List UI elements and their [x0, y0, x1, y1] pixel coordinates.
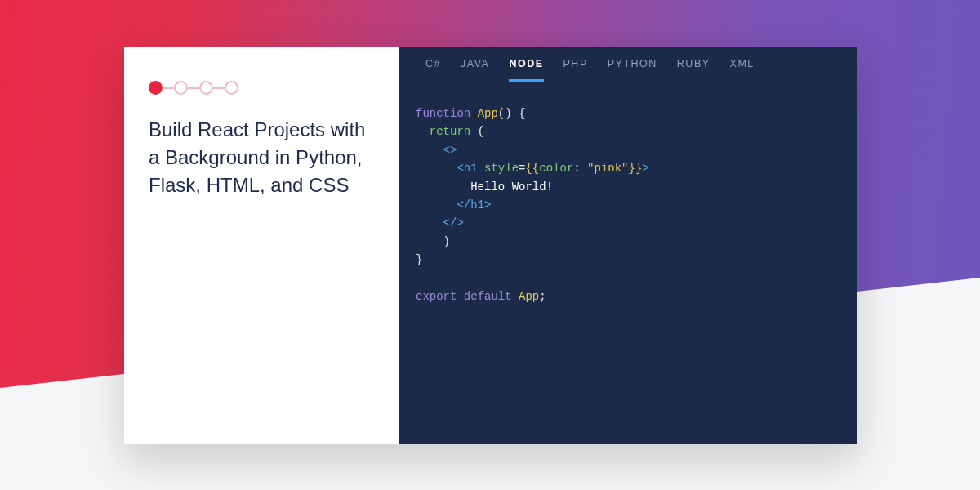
progress-step-4 [225, 81, 238, 95]
code-token: function [416, 107, 470, 120]
code-token: color [539, 162, 573, 175]
tab-php[interactable]: PHP [564, 58, 588, 82]
code-token [478, 162, 484, 175]
tab-node[interactable]: NODE [509, 58, 543, 82]
code-editor[interactable]: function App() { return ( <> <h1 style={… [399, 82, 857, 444]
tab-ruby[interactable]: RUBY [677, 58, 710, 82]
code-token: > [642, 162, 648, 175]
progress-step-2 [174, 81, 188, 95]
tab-java[interactable]: JAVA [461, 58, 489, 82]
content-card: Build React Projects with a Background i… [124, 47, 857, 444]
progress-connector [213, 87, 225, 89]
code-token: style [484, 162, 519, 175]
code-token: return [430, 125, 470, 138]
tab-xml[interactable]: XML [730, 58, 755, 82]
code-token: Hello World! [470, 180, 553, 194]
code-token: () { [498, 107, 526, 120]
code-token: App [519, 290, 539, 303]
code-token: h1 [464, 162, 478, 175]
language-tab-bar: C# JAVA NODE PHP PYTHON RUBY XML [399, 47, 857, 82]
card-left-panel: Build React Projects with a Background i… [124, 47, 399, 444]
progress-connector [163, 87, 174, 89]
code-token: h1 [470, 198, 484, 212]
code-token: {{ [525, 162, 539, 175]
code-token: ( [470, 125, 484, 138]
page-title: Build React Projects with a Background i… [149, 116, 375, 199]
progress-step-1 [149, 81, 163, 95]
code-token: App [478, 107, 498, 120]
code-token: ) [443, 235, 450, 248]
code-token: } [416, 253, 422, 266]
code-token: export [416, 290, 457, 303]
code-token: ; [539, 290, 546, 303]
code-token: "pink" [587, 162, 628, 175]
code-token: </> [443, 216, 464, 229]
code-token: > [484, 198, 491, 212]
code-token: default [464, 290, 512, 303]
progress-indicator [149, 81, 375, 95]
tab-python[interactable]: PYTHON [608, 58, 657, 82]
progress-connector [188, 87, 199, 89]
code-token: <> [443, 144, 457, 157]
tab-csharp[interactable]: C# [425, 58, 441, 82]
code-panel: C# JAVA NODE PHP PYTHON RUBY XML functio… [399, 47, 857, 444]
code-token: : [573, 162, 587, 175]
code-token: }} [629, 162, 643, 175]
progress-step-3 [199, 81, 213, 95]
code-token: < [457, 162, 463, 175]
code-token: </ [457, 198, 470, 212]
